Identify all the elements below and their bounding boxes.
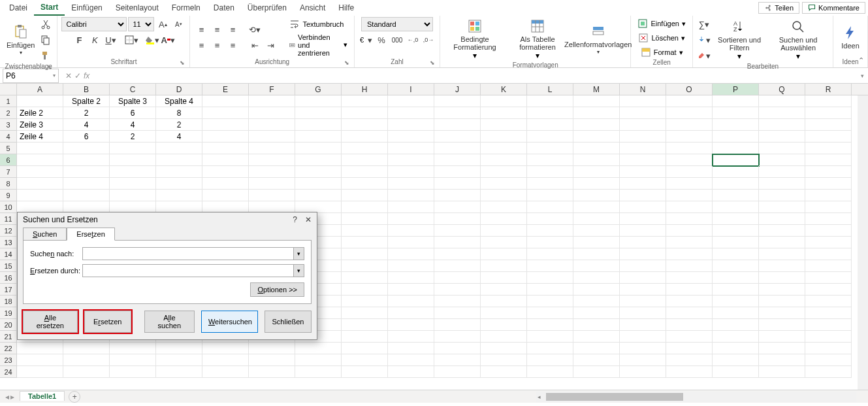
- cell-Q19[interactable]: [759, 307, 805, 319]
- align-top-button[interactable]: ≡: [194, 23, 208, 37]
- cell-P10[interactable]: [713, 201, 759, 213]
- cell-J6[interactable]: [434, 154, 481, 166]
- col-header-F[interactable]: F: [249, 84, 295, 95]
- cell-A5[interactable]: [17, 143, 63, 154]
- cell-A3[interactable]: Zeile 3: [17, 119, 63, 131]
- font-name-select[interactable]: Calibri: [61, 17, 127, 31]
- cell-M19[interactable]: [573, 307, 620, 319]
- cell-N23[interactable]: [620, 354, 666, 366]
- decrease-decimal-button[interactable]: ,0→: [421, 33, 436, 47]
- cell-J13[interactable]: [434, 237, 481, 248]
- col-header-L[interactable]: L: [527, 84, 573, 95]
- cell-M20[interactable]: [573, 319, 620, 331]
- replace-dropdown[interactable]: ▾: [293, 265, 304, 277]
- cell-O11[interactable]: [666, 213, 713, 225]
- cell-K11[interactable]: [481, 213, 527, 225]
- cell-I14[interactable]: [388, 248, 434, 260]
- paste-button[interactable]: Einfügen▾: [4, 23, 37, 58]
- delete-cells-button[interactable]: Löschen ▾: [635, 31, 688, 44]
- cell-N24[interactable]: [620, 366, 666, 378]
- cell-D9[interactable]: [156, 190, 202, 201]
- cell-O14[interactable]: [666, 248, 713, 260]
- cell-B3[interactable]: 4: [63, 119, 110, 131]
- cell-D2[interactable]: 8: [156, 107, 202, 119]
- menu-hilfe[interactable]: Hilfe: [332, 1, 361, 15]
- currency-button[interactable]: €▾: [359, 33, 373, 47]
- select-all-corner[interactable]: [0, 84, 17, 95]
- cell-R13[interactable]: [805, 237, 852, 248]
- cell-M6[interactable]: [573, 154, 620, 166]
- cell-L8[interactable]: [527, 178, 573, 190]
- cell-J22[interactable]: [434, 343, 481, 354]
- cell-Q8[interactable]: [759, 178, 805, 190]
- row-header-18[interactable]: 18: [0, 296, 17, 307]
- cell-E24[interactable]: [202, 366, 249, 378]
- cell-P20[interactable]: [713, 319, 759, 331]
- cell-Q23[interactable]: [759, 354, 805, 366]
- cell-B23[interactable]: [63, 354, 110, 366]
- cell-K9[interactable]: [481, 190, 527, 201]
- cell-E8[interactable]: [202, 178, 249, 190]
- cell-J9[interactable]: [434, 190, 481, 201]
- orientation-button[interactable]: ⟲▾: [248, 23, 262, 37]
- row-header-19[interactable]: 19: [0, 307, 17, 319]
- cell-H7[interactable]: [342, 166, 388, 178]
- cell-R7[interactable]: [805, 166, 852, 178]
- col-header-A[interactable]: A: [17, 84, 63, 95]
- cell-R5[interactable]: [805, 143, 852, 154]
- cell-N1[interactable]: [620, 95, 666, 107]
- cell-B9[interactable]: [63, 190, 110, 201]
- cell-A7[interactable]: [17, 166, 63, 178]
- cell-J12[interactable]: [434, 225, 481, 237]
- cell-I3[interactable]: [388, 119, 434, 131]
- increase-font-button[interactable]: A▴: [155, 17, 170, 31]
- cell-P1[interactable]: [713, 95, 759, 107]
- font-color-button[interactable]: A▾: [161, 33, 175, 47]
- cell-F23[interactable]: [249, 354, 295, 366]
- cell-G1[interactable]: [295, 95, 342, 107]
- row-header-6[interactable]: 6: [0, 154, 17, 166]
- cell-O10[interactable]: [666, 201, 713, 213]
- cell-G4[interactable]: [295, 131, 342, 143]
- expand-formula-bar[interactable]: ▾: [857, 73, 868, 79]
- cell-R3[interactable]: [805, 119, 852, 131]
- cell-O21[interactable]: [666, 331, 713, 343]
- cell-J24[interactable]: [434, 366, 481, 378]
- cell-G9[interactable]: [295, 190, 342, 201]
- merge-button[interactable]: Verbinden und zentrieren ▾: [287, 32, 350, 58]
- tab-suchen[interactable]: Suchen: [23, 228, 67, 241]
- menu-formeln[interactable]: Formeln: [165, 1, 207, 15]
- cell-L7[interactable]: [527, 166, 573, 178]
- cell-C7[interactable]: [110, 166, 156, 178]
- cell-M15[interactable]: [573, 260, 620, 272]
- cell-I22[interactable]: [388, 343, 434, 354]
- cell-N9[interactable]: [620, 190, 666, 201]
- cell-O6[interactable]: [666, 154, 713, 166]
- cell-M5[interactable]: [573, 143, 620, 154]
- cell-D24[interactable]: [156, 366, 202, 378]
- cell-H24[interactable]: [342, 366, 388, 378]
- cell-J14[interactable]: [434, 248, 481, 260]
- cell-C22[interactable]: [110, 343, 156, 354]
- cell-P11[interactable]: [713, 213, 759, 225]
- cell-M3[interactable]: [573, 119, 620, 131]
- cell-K19[interactable]: [481, 307, 527, 319]
- cell-H17[interactable]: [342, 284, 388, 296]
- cell-R14[interactable]: [805, 248, 852, 260]
- cell-M9[interactable]: [573, 190, 620, 201]
- cell-I6[interactable]: [388, 154, 434, 166]
- cell-F24[interactable]: [249, 366, 295, 378]
- cell-Q5[interactable]: [759, 143, 805, 154]
- cell-J7[interactable]: [434, 166, 481, 178]
- cell-P16[interactable]: [713, 272, 759, 284]
- cell-R11[interactable]: [805, 213, 852, 225]
- fx-button[interactable]: fx: [84, 71, 89, 80]
- menu-ueberpruefen[interactable]: Überprüfen: [241, 1, 293, 15]
- cell-N15[interactable]: [620, 260, 666, 272]
- cell-R4[interactable]: [805, 131, 852, 143]
- replace-input[interactable]: [83, 265, 293, 277]
- cell-A2[interactable]: Zeile 2: [17, 107, 63, 119]
- col-header-D[interactable]: D: [156, 84, 202, 95]
- cell-F3[interactable]: [249, 119, 295, 131]
- row-header-12[interactable]: 12: [0, 225, 17, 237]
